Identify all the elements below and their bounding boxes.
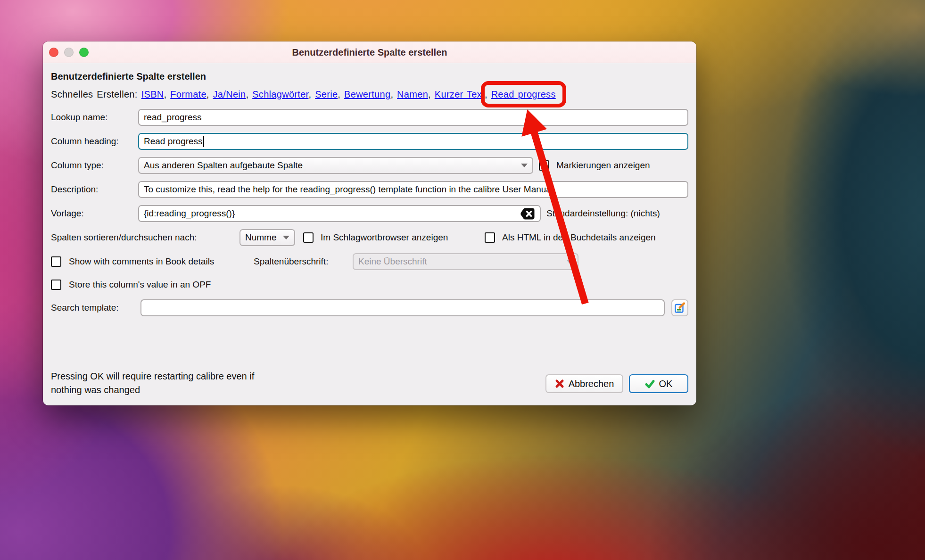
edit-template-button[interactable] bbox=[671, 299, 688, 316]
search-template-input[interactable] bbox=[140, 299, 665, 316]
quick-link-formate[interactable]: Formate bbox=[170, 89, 206, 99]
template-input[interactable]: {id:reading_progress()} bbox=[138, 205, 541, 222]
column-type-label: Column type: bbox=[51, 157, 104, 174]
edit-template-icon bbox=[674, 302, 686, 314]
column-header-dropdown: Keine Überschrift bbox=[353, 253, 578, 270]
quick-separator: , bbox=[390, 89, 397, 99]
create-custom-column-dialog: Benutzerdefinierte Spalte erstellen Benu… bbox=[43, 41, 696, 405]
description-input[interactable]: To customize this, read the help for the… bbox=[138, 181, 688, 198]
quick-link-ja-nein[interactable]: Ja/Nein bbox=[213, 89, 246, 99]
comments-book-details-checkbox[interactable] bbox=[51, 256, 61, 267]
quick-link-read-progress[interactable]: Read progress bbox=[491, 89, 556, 99]
column-heading-label: Column heading: bbox=[51, 133, 119, 150]
quick-link-bewertung[interactable]: Bewertung bbox=[344, 89, 390, 99]
column-heading-input[interactable]: Read progress bbox=[138, 133, 688, 150]
chevron-down-icon bbox=[521, 164, 528, 167]
sort-search-label: Spalten sortieren/durchsuchen nach: bbox=[51, 229, 197, 246]
quick-link-schlagwoerter[interactable]: Schlagwörter bbox=[252, 89, 308, 99]
chevron-down-icon bbox=[566, 260, 573, 264]
tag-browser-label: Im Schlagwortbrowser anzeigen bbox=[321, 229, 448, 246]
restart-note-line1: Pressing OK will require restarting cali… bbox=[51, 371, 254, 382]
comments-book-details-label: Show with comments in Book details bbox=[69, 253, 214, 270]
store-opf-label: Store this column's value in an OPF bbox=[69, 276, 211, 293]
show-marks-label: Markierungen anzeigen bbox=[556, 157, 650, 174]
quick-link-namen[interactable]: Namen bbox=[397, 89, 428, 99]
quick-separator: , bbox=[246, 89, 252, 99]
store-opf-checkbox[interactable] bbox=[51, 280, 61, 290]
quick-separator: , bbox=[485, 89, 491, 99]
quick-create-row: Schnelles Erstellen:ISBN, Formate, Ja/Ne… bbox=[51, 89, 556, 100]
lookup-name-input[interactable]: read_progress bbox=[138, 109, 688, 126]
quick-create-label: Schnelles Erstellen: bbox=[51, 89, 138, 99]
cancel-x-icon bbox=[555, 379, 564, 388]
quick-link-kurzer-text[interactable]: Kurzer Text bbox=[435, 89, 485, 99]
template-label: Vorlage: bbox=[51, 205, 84, 222]
html-book-details-label: Als HTML in den Buchdetails anzeigen bbox=[502, 229, 656, 246]
description-label: Description: bbox=[51, 181, 98, 198]
quick-separator: , bbox=[164, 89, 171, 99]
ok-check-icon bbox=[645, 379, 655, 389]
show-marks-checkbox[interactable] bbox=[539, 160, 549, 171]
quick-separator: , bbox=[428, 89, 435, 99]
quick-link-serie[interactable]: Serie bbox=[315, 89, 338, 99]
quick-separator: , bbox=[308, 89, 315, 99]
cancel-button[interactable]: Abbrechen bbox=[545, 374, 623, 393]
column-header-label: Spaltenüberschrift: bbox=[254, 253, 328, 270]
backspace-clear-icon[interactable] bbox=[520, 207, 535, 220]
titlebar: Benutzerdefinierte Spalte erstellen bbox=[43, 41, 696, 63]
tag-browser-checkbox[interactable] bbox=[303, 232, 314, 243]
sort-search-dropdown[interactable]: Numme bbox=[240, 229, 295, 246]
window-title: Benutzerdefinierte Spalte erstellen bbox=[43, 41, 696, 63]
template-default-note: Standardeinstellung: (nichts) bbox=[546, 205, 660, 222]
quick-link-isbn[interactable]: ISBN bbox=[141, 89, 164, 99]
restart-note-line2: nothing was changed bbox=[51, 385, 140, 395]
dialog-heading: Benutzerdefinierte Spalte erstellen bbox=[51, 71, 206, 82]
column-type-dropdown[interactable]: Aus anderen Spalten aufgebaute Spalte bbox=[138, 157, 533, 174]
html-book-details-checkbox[interactable] bbox=[485, 232, 495, 243]
chevron-down-icon bbox=[283, 236, 289, 239]
lookup-name-label: Lookup name: bbox=[51, 109, 107, 126]
ok-button[interactable]: OK bbox=[629, 374, 688, 393]
text-cursor bbox=[203, 136, 204, 147]
quick-separator: , bbox=[338, 89, 344, 99]
search-template-label: Search template: bbox=[51, 299, 119, 316]
desktop-wallpaper: Benutzerdefinierte Spalte erstellen Benu… bbox=[0, 0, 925, 560]
quick-separator: , bbox=[206, 89, 213, 99]
